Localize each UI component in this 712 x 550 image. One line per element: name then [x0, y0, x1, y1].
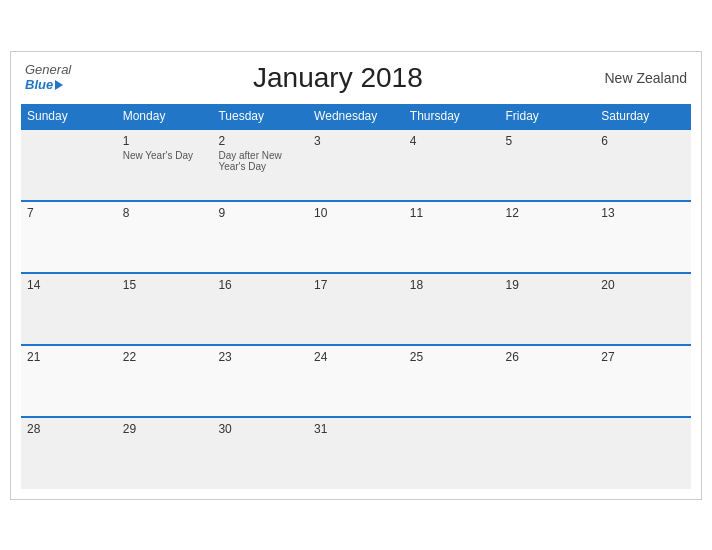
day-number: 3 — [314, 134, 398, 148]
calendar-day-cell: 28 — [21, 417, 117, 489]
calendar-day-cell: 12 — [500, 201, 596, 273]
header-saturday: Saturday — [595, 104, 691, 129]
logo-triangle-icon — [55, 80, 63, 90]
calendar-day-cell: 6 — [595, 129, 691, 201]
day-number: 29 — [123, 422, 207, 436]
day-number: 27 — [601, 350, 685, 364]
calendar-day-cell: 19 — [500, 273, 596, 345]
day-number: 5 — [506, 134, 590, 148]
logo-blue-text: Blue — [25, 78, 71, 92]
calendar-day-cell: 16 — [212, 273, 308, 345]
day-number: 26 — [506, 350, 590, 364]
day-number: 2 — [218, 134, 302, 148]
calendar-week-row: 21222324252627 — [21, 345, 691, 417]
calendar-day-cell: 9 — [212, 201, 308, 273]
calendar-day-cell: 22 — [117, 345, 213, 417]
calendar-day-cell: 20 — [595, 273, 691, 345]
calendar-header: General Blue January 2018 New Zealand — [21, 62, 691, 94]
day-number: 28 — [27, 422, 111, 436]
calendar-day-cell — [404, 417, 500, 489]
calendar-day-cell: 26 — [500, 345, 596, 417]
calendar-container: General Blue January 2018 New Zealand Su… — [10, 51, 702, 500]
day-number: 18 — [410, 278, 494, 292]
calendar-day-cell: 18 — [404, 273, 500, 345]
day-number: 19 — [506, 278, 590, 292]
day-number: 30 — [218, 422, 302, 436]
header-monday: Monday — [117, 104, 213, 129]
calendar-day-cell: 15 — [117, 273, 213, 345]
day-event: New Year's Day — [123, 150, 207, 161]
header-sunday: Sunday — [21, 104, 117, 129]
calendar-day-cell: 31 — [308, 417, 404, 489]
day-number: 24 — [314, 350, 398, 364]
day-number: 9 — [218, 206, 302, 220]
calendar-week-row: 14151617181920 — [21, 273, 691, 345]
day-number: 22 — [123, 350, 207, 364]
day-number: 16 — [218, 278, 302, 292]
calendar-title: January 2018 — [253, 62, 423, 94]
day-number: 31 — [314, 422, 398, 436]
calendar-day-cell: 25 — [404, 345, 500, 417]
calendar-day-cell: 23 — [212, 345, 308, 417]
day-number: 10 — [314, 206, 398, 220]
day-number: 7 — [27, 206, 111, 220]
day-number: 23 — [218, 350, 302, 364]
day-number: 17 — [314, 278, 398, 292]
day-number: 14 — [27, 278, 111, 292]
calendar-week-row: 78910111213 — [21, 201, 691, 273]
calendar-day-cell: 14 — [21, 273, 117, 345]
day-number: 25 — [410, 350, 494, 364]
calendar-day-cell — [595, 417, 691, 489]
calendar-day-cell: 7 — [21, 201, 117, 273]
calendar-day-cell: 2Day after New Year's Day — [212, 129, 308, 201]
calendar-day-cell: 17 — [308, 273, 404, 345]
calendar-day-cell: 11 — [404, 201, 500, 273]
logo-general-text: General — [25, 63, 71, 77]
day-number: 6 — [601, 134, 685, 148]
calendar-week-row: 1New Year's Day2Day after New Year's Day… — [21, 129, 691, 201]
header-tuesday: Tuesday — [212, 104, 308, 129]
calendar-day-cell: 21 — [21, 345, 117, 417]
logo: General Blue — [25, 63, 71, 92]
day-number: 21 — [27, 350, 111, 364]
country-label: New Zealand — [605, 70, 688, 86]
day-event: Day after New Year's Day — [218, 150, 302, 172]
calendar-day-cell — [21, 129, 117, 201]
calendar-day-cell: 8 — [117, 201, 213, 273]
day-number: 12 — [506, 206, 590, 220]
calendar-day-cell: 5 — [500, 129, 596, 201]
weekday-header-row: Sunday Monday Tuesday Wednesday Thursday… — [21, 104, 691, 129]
day-number: 13 — [601, 206, 685, 220]
day-number: 8 — [123, 206, 207, 220]
header-wednesday: Wednesday — [308, 104, 404, 129]
calendar-day-cell — [500, 417, 596, 489]
calendar-day-cell: 24 — [308, 345, 404, 417]
calendar-day-cell: 27 — [595, 345, 691, 417]
calendar-day-cell: 29 — [117, 417, 213, 489]
calendar-day-cell: 10 — [308, 201, 404, 273]
header-thursday: Thursday — [404, 104, 500, 129]
header-friday: Friday — [500, 104, 596, 129]
calendar-day-cell: 4 — [404, 129, 500, 201]
calendar-day-cell: 13 — [595, 201, 691, 273]
calendar-day-cell: 3 — [308, 129, 404, 201]
calendar-day-cell: 30 — [212, 417, 308, 489]
day-number: 20 — [601, 278, 685, 292]
day-number: 4 — [410, 134, 494, 148]
day-number: 11 — [410, 206, 494, 220]
calendar-grid: Sunday Monday Tuesday Wednesday Thursday… — [21, 104, 691, 489]
calendar-week-row: 28293031 — [21, 417, 691, 489]
day-number: 1 — [123, 134, 207, 148]
day-number: 15 — [123, 278, 207, 292]
calendar-day-cell: 1New Year's Day — [117, 129, 213, 201]
